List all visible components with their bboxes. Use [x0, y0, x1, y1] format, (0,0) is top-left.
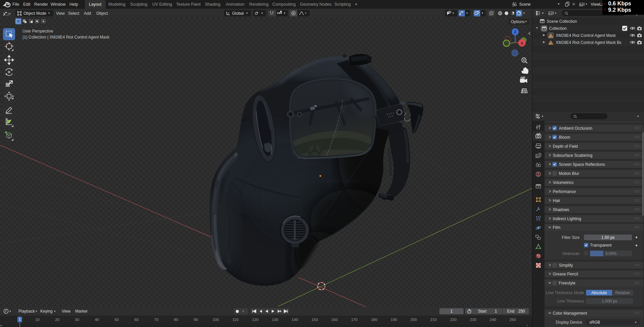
svg-text:Z: Z — [514, 30, 517, 34]
svg-text:X: X — [521, 41, 523, 45]
